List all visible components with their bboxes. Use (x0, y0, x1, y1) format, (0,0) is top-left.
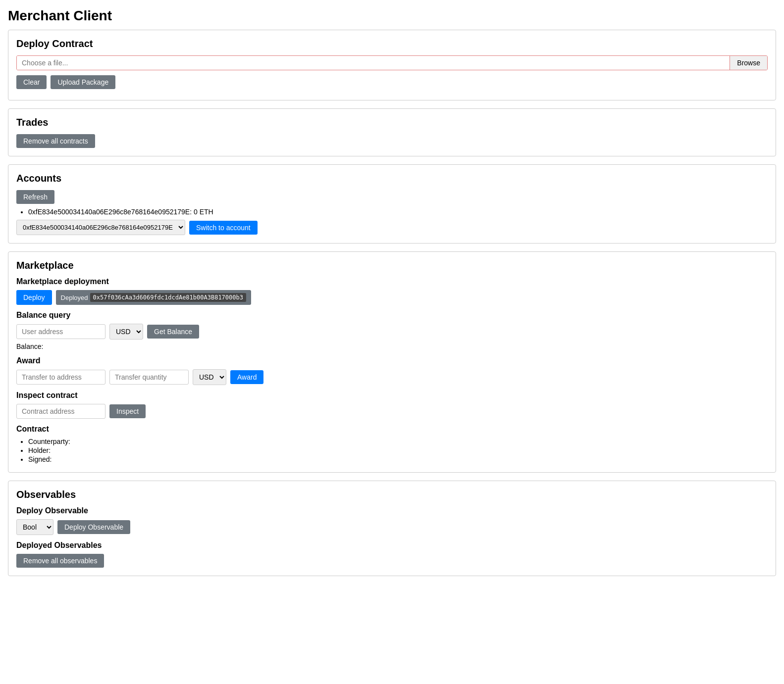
award-title: Award (16, 356, 768, 365)
signed-label: Signed: (28, 455, 52, 463)
file-input[interactable] (17, 56, 730, 70)
marketplace-section: Marketplace Marketplace deployment Deplo… (8, 251, 776, 473)
balance-query-title: Balance query (16, 311, 768, 320)
inspect-contract-title: Inspect contract (16, 391, 768, 400)
marketplace-title: Marketplace (16, 260, 768, 271)
deployed-hash: 0x57f036cAa3d6069fdc1dcdAe81b00A3B817000… (90, 293, 246, 302)
trades-title: Trades (16, 117, 768, 128)
balance-display: Balance: (16, 342, 768, 350)
signed-item: Signed: (28, 455, 768, 463)
deployed-button[interactable]: Deployed 0x57f036cAa3d6069fdc1dcdAe81b00… (56, 290, 251, 305)
switch-to-account-button[interactable]: Switch to account (189, 221, 258, 235)
browse-button[interactable]: Browse (730, 56, 767, 70)
marketplace-deployment-title: Marketplace deployment (16, 277, 768, 286)
account-list-item: 0xfE834e500034140a06E296c8e768164e095217… (28, 208, 768, 216)
page-title: Merchant Client (8, 8, 776, 24)
accounts-title: Accounts (16, 173, 768, 184)
inspect-button[interactable]: Inspect (109, 404, 146, 418)
currency-select[interactable]: USD EUR ETH (109, 324, 143, 340)
refresh-button[interactable]: Refresh (16, 190, 54, 204)
holder-item: Holder: (28, 446, 768, 454)
contract-details: Counterparty: Holder: Signed: (16, 438, 768, 463)
accounts-section: Accounts Refresh 0xfE834e500034140a06E29… (8, 164, 776, 244)
user-address-input[interactable] (16, 324, 105, 339)
counterparty-label: Counterparty: (28, 438, 70, 445)
trades-section: Trades Remove all contracts (8, 108, 776, 156)
balance-label-text: Balance: (16, 342, 43, 350)
remove-all-observables-button[interactable]: Remove all observables (16, 554, 104, 568)
award-button[interactable]: Award (230, 370, 263, 384)
observable-type-select[interactable]: Bool Int String (16, 519, 53, 535)
marketplace-deploy-button[interactable]: Deploy (16, 290, 52, 305)
observables-title: Observables (16, 489, 768, 500)
counterparty-item: Counterparty: (28, 438, 768, 445)
deploy-actions-row: Clear Upload Package (16, 75, 768, 89)
transfer-quantity-input[interactable] (109, 370, 189, 385)
accounts-list: 0xfE834e500034140a06E296c8e768164e095217… (16, 208, 768, 216)
balance-query-row: USD EUR ETH Get Balance (16, 324, 768, 340)
contract-details-list: Counterparty: Holder: Signed: (16, 438, 768, 463)
contract-address-input[interactable] (16, 404, 105, 419)
deploy-contract-section: Deploy Contract Browse Clear Upload Pack… (8, 30, 776, 100)
account-switch-row: 0xfE834e500034140a06E296c8e768164e095217… (16, 220, 768, 235)
deployed-label: Deployed (61, 294, 88, 301)
get-balance-button[interactable]: Get Balance (147, 325, 199, 339)
marketplace-deploy-row: Deploy Deployed 0x57f036cAa3d6069fdc1dcd… (16, 290, 768, 305)
file-input-row: Browse (16, 55, 768, 70)
holder-label: Holder: (28, 446, 51, 454)
contract-details-title: Contract (16, 425, 768, 434)
observables-section: Observables Deploy Observable Bool Int S… (8, 481, 776, 576)
clear-button[interactable]: Clear (16, 75, 47, 89)
deploy-observable-button[interactable]: Deploy Observable (57, 520, 130, 534)
deployed-observables-title: Deployed Observables (16, 541, 768, 550)
deploy-contract-title: Deploy Contract (16, 38, 768, 49)
upload-package-button[interactable]: Upload Package (51, 75, 115, 89)
transfer-address-input[interactable] (16, 370, 105, 385)
award-row: USD EUR ETH Award (16, 369, 768, 385)
deploy-observable-title: Deploy Observable (16, 506, 768, 515)
remove-all-contracts-button[interactable]: Remove all contracts (16, 134, 95, 148)
inspect-row: Inspect (16, 404, 768, 419)
account-select[interactable]: 0xfE834e500034140a06E296c8e768164e095217… (16, 220, 185, 235)
award-currency-select[interactable]: USD EUR ETH (193, 369, 226, 385)
deploy-observable-row: Bool Int String Deploy Observable (16, 519, 768, 535)
